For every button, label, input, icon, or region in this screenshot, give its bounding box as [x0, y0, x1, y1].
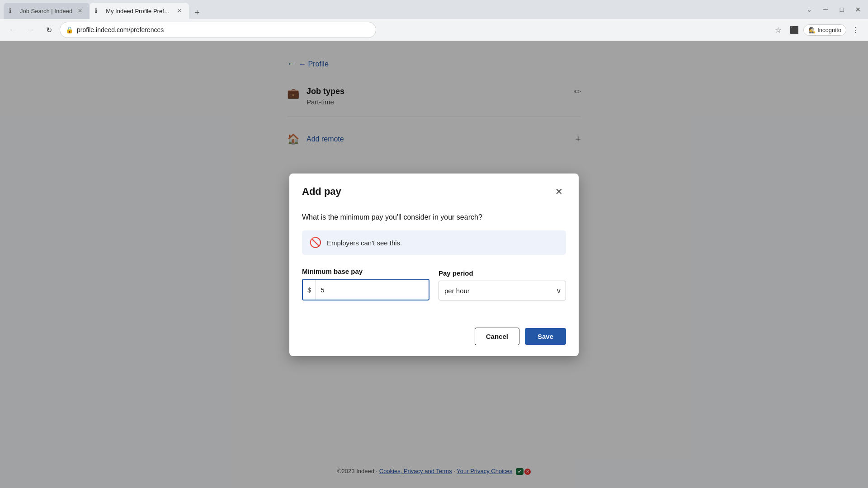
address-text: profile.indeed.com/preferences — [77, 26, 370, 33]
tab2-label: My Indeed Profile Preferences — [106, 8, 172, 14]
tab2-close[interactable]: ✕ — [175, 7, 184, 15]
maximize-button[interactable]: □ — [835, 3, 848, 16]
window-controls: ⌄ ─ □ ✕ — [803, 3, 864, 16]
modal-footer: Cancel Save — [289, 328, 579, 356]
browser-chrome: ℹ Job Search | Indeed ✕ ℹ My Indeed Prof… — [0, 0, 868, 41]
pay-period-group: Pay period per hour per day per week per… — [439, 269, 566, 300]
min-pay-group: Minimum base pay $ — [302, 267, 429, 300]
tab1-close[interactable]: ✕ — [76, 7, 84, 15]
modal-header: Add pay ✕ — [289, 174, 579, 206]
extension-button[interactable]: ⬛ — [787, 23, 802, 37]
period-select[interactable]: per hour per day per week per month per … — [439, 281, 566, 300]
close-window-button[interactable]: ✕ — [852, 3, 864, 16]
modal-close-button[interactable]: ✕ — [552, 184, 566, 199]
info-banner-text: Employers can't see this. — [327, 239, 402, 247]
bookmark-button[interactable]: ☆ — [771, 23, 785, 37]
refresh-button[interactable]: ↻ — [42, 23, 56, 37]
modal-body: What is the minimum pay you'll consider … — [289, 206, 579, 328]
add-pay-modal: Add pay ✕ What is the minimum pay you'll… — [289, 174, 579, 356]
back-button[interactable]: ← — [5, 23, 20, 37]
toolbar-icons: ☆ ⬛ 🕵 Incognito ⋮ — [771, 23, 863, 37]
save-button[interactable]: Save — [525, 328, 566, 345]
pay-input-field[interactable] — [316, 280, 429, 300]
tab1-label: Job Search | Indeed — [20, 8, 72, 14]
save-button-wrap: Save — [525, 328, 566, 345]
dropdown-button[interactable]: ⌄ — [803, 3, 816, 16]
address-bar: ← → ↻ 🔒 profile.indeed.com/preferences ☆… — [0, 19, 868, 41]
tab-preferences[interactable]: ℹ My Indeed Profile Preferences ✕ — [90, 3, 189, 19]
new-tab-button[interactable]: + — [191, 6, 203, 19]
lock-icon: 🔒 — [66, 26, 73, 33]
menu-button[interactable]: ⋮ — [848, 23, 863, 37]
title-bar: ℹ Job Search | Indeed ✕ ℹ My Indeed Prof… — [0, 0, 868, 19]
cancel-button[interactable]: Cancel — [475, 328, 519, 345]
min-pay-label: Minimum base pay — [302, 267, 429, 275]
tab-job-search[interactable]: ℹ Job Search | Indeed ✕ — [4, 3, 90, 19]
visibility-off-icon: 🚫 — [309, 237, 321, 249]
tabs-area: ℹ Job Search | Indeed ✕ ℹ My Indeed Prof… — [4, 0, 203, 19]
period-select-wrapper: per hour per day per week per month per … — [439, 281, 566, 300]
tab2-favicon: ℹ — [95, 7, 102, 14]
modal-close-icon: ✕ — [555, 186, 563, 197]
pay-input-wrapper: $ — [302, 279, 429, 300]
modal-title: Add pay — [302, 186, 341, 197]
profile-button[interactable]: 🕵 Incognito — [803, 24, 846, 36]
modal-question: What is the minimum pay you'll consider … — [302, 213, 566, 221]
address-bar-input[interactable]: 🔒 profile.indeed.com/preferences — [60, 22, 376, 38]
form-row: Minimum base pay $ Pay period per hour — [302, 267, 566, 300]
profile-label: Incognito — [817, 27, 841, 33]
pay-period-label: Pay period — [439, 269, 566, 277]
forward-button[interactable]: → — [24, 23, 38, 37]
minimize-button[interactable]: ─ — [819, 3, 832, 16]
page-content: ← ← Profile 💼 Job types Part-time ✏ 🏠 Ad… — [0, 41, 868, 488]
tab1-favicon: ℹ — [9, 7, 16, 14]
currency-symbol: $ — [303, 280, 316, 300]
incognito-icon: 🕵 — [808, 27, 816, 33]
modal-backdrop: Add pay ✕ What is the minimum pay you'll… — [0, 41, 868, 488]
info-banner: 🚫 Employers can't see this. — [302, 230, 566, 255]
